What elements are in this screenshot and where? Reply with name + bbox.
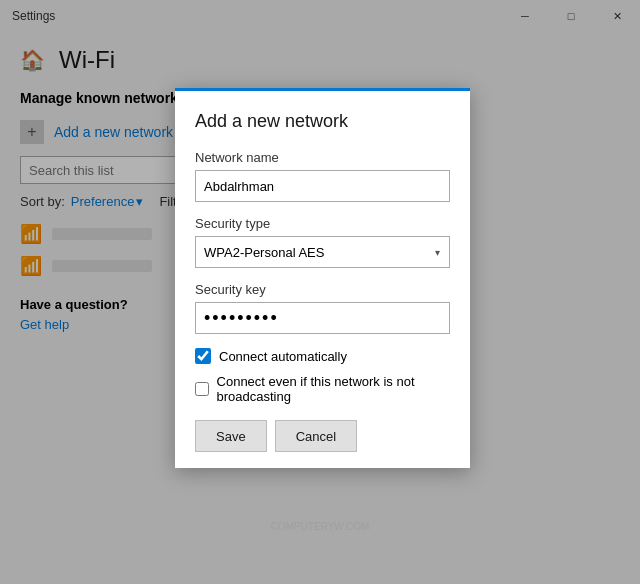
connect-broadcast-checkbox[interactable] — [195, 381, 209, 397]
add-network-dialog: Add a new network Network name Security … — [175, 88, 470, 468]
security-type-wrap: WPA2-Personal AES WPA-Personal WEP Open … — [195, 236, 450, 268]
network-name-input[interactable] — [195, 170, 450, 202]
connect-auto-label[interactable]: Connect automatically — [219, 349, 347, 364]
connect-broadcast-label[interactable]: Connect even if this network is not broa… — [217, 374, 450, 404]
cancel-button[interactable]: Cancel — [275, 420, 357, 452]
security-type-label: Security type — [195, 216, 450, 231]
security-type-select[interactable]: WPA2-Personal AES WPA-Personal WEP Open — [195, 236, 450, 268]
connect-auto-row: Connect automatically — [195, 348, 450, 364]
dialog-title: Add a new network — [195, 111, 450, 132]
connect-broadcast-row: Connect even if this network is not broa… — [195, 374, 450, 404]
network-name-label: Network name — [195, 150, 450, 165]
dialog-buttons: Save Cancel — [195, 420, 450, 452]
security-key-input[interactable] — [195, 302, 450, 334]
save-button[interactable]: Save — [195, 420, 267, 452]
security-key-label: Security key — [195, 282, 450, 297]
connect-auto-checkbox[interactable] — [195, 348, 211, 364]
